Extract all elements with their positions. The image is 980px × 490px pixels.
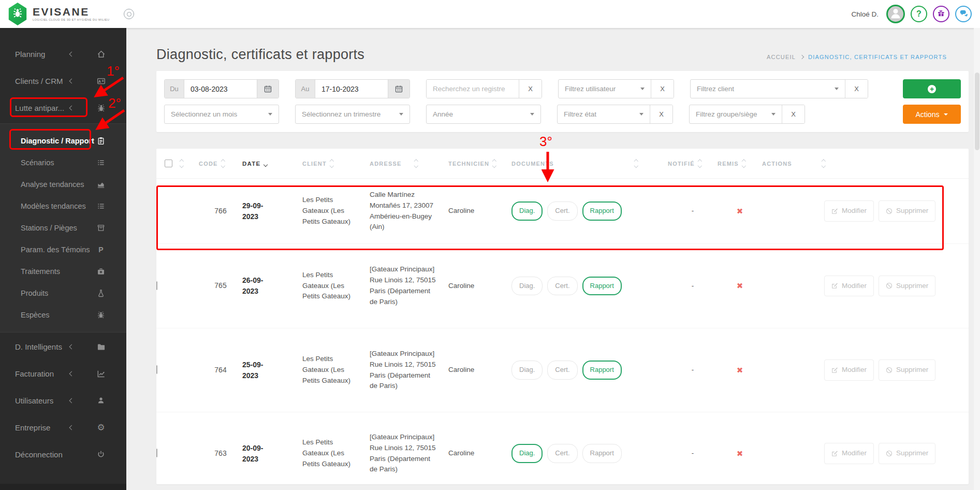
chevron-left-icon	[69, 78, 75, 83]
submenu-item-especes[interactable]: Espèces	[0, 304, 126, 326]
row-checkbox[interactable]	[156, 449, 157, 457]
row-checkbox[interactable]	[156, 206, 157, 215]
year-select[interactable]: Année	[427, 105, 540, 123]
sort-icon[interactable]	[493, 160, 496, 167]
supprimer-label: Supprimer	[896, 448, 928, 459]
scrollbar-thumb[interactable]	[975, 73, 979, 150]
cell-client: Les Petits Gateaux (Les Petits Gateaux)	[302, 270, 353, 302]
cert-pill[interactable]: Cert.	[547, 277, 577, 295]
user-filter-select[interactable]: Filtrez utilisateur	[559, 80, 651, 98]
calendar-icon[interactable]	[388, 80, 409, 98]
quarter-select[interactable]: Sélectionnez un trimestre	[296, 105, 409, 123]
actions-button[interactable]: Actions	[903, 105, 961, 124]
select-all-checkbox[interactable]	[165, 160, 172, 167]
modifier-label: Modifier	[842, 448, 867, 459]
cert-pill[interactable]: Cert.	[547, 201, 577, 220]
register-search-input[interactable]	[427, 80, 519, 98]
rapport-pill[interactable]: Rapport	[582, 444, 622, 463]
vertical-scrollbar[interactable]	[974, 28, 980, 490]
cert-pill[interactable]: Cert.	[547, 444, 577, 463]
main-content: Diagnostic, certificats et rapports ACCU…	[126, 28, 980, 490]
cell-client: Les Petits Gateaux (Les Petits Gateaux)	[302, 195, 353, 227]
submenu-item-param-temoins[interactable]: Param. des Témoins P	[0, 239, 126, 261]
add-button[interactable]: +	[903, 79, 961, 98]
modifier-button[interactable]: Modifier	[824, 443, 874, 464]
avatar[interactable]	[886, 5, 905, 23]
sort-icon[interactable]	[822, 160, 825, 167]
calendar-icon[interactable]	[257, 80, 279, 98]
submenu-item-produits[interactable]: Produits	[0, 282, 126, 304]
brand-hexagon	[7, 3, 28, 25]
month-select[interactable]: Sélectionnez un mois	[165, 105, 279, 123]
rapport-pill[interactable]: Rapport	[582, 277, 622, 295]
supprimer-button[interactable]: Supprimer	[879, 359, 935, 381]
submenu-item-scenarios[interactable]: Scénarios	[0, 152, 126, 174]
diag-pill[interactable]: Diag.	[511, 277, 543, 295]
sort-icon[interactable]	[180, 160, 183, 167]
supprimer-button[interactable]: Supprimer	[879, 200, 935, 222]
caret-down-icon	[268, 113, 272, 116]
client-filter-select[interactable]: Filtrez client	[691, 80, 845, 98]
chat-button[interactable]	[955, 6, 972, 22]
list-icon	[96, 158, 106, 167]
diag-pill[interactable]: Diag.	[511, 361, 543, 379]
medkit-icon	[96, 267, 106, 276]
sidebar-item-clients-crm[interactable]: Clients / CRM	[0, 69, 126, 92]
clear-search-button[interactable]: X	[519, 80, 542, 98]
sidebar-item-deconnection[interactable]: Déconnection	[0, 443, 126, 466]
person-icon	[889, 6, 902, 22]
rapport-pill[interactable]: Rapport	[582, 361, 622, 379]
help-button[interactable]: ?	[911, 6, 927, 22]
chevron-left-icon	[69, 371, 75, 376]
supprimer-button[interactable]: Supprimer	[879, 443, 935, 464]
sidebar-item-label: Déconnection	[15, 450, 67, 459]
cell-notifie: -	[668, 281, 718, 292]
sidebar-item-lutte-antiparasitaire[interactable]: Lutte antipar...	[0, 96, 126, 119]
state-filter-select[interactable]: Filtrez état	[558, 105, 650, 123]
row-checkbox[interactable]	[156, 365, 157, 374]
sidebar-item-entreprise[interactable]: Entreprise ⚙	[0, 416, 126, 439]
sidebar-item-planning[interactable]: Planning	[0, 42, 126, 65]
date-from-input[interactable]	[184, 80, 257, 98]
sort-icon[interactable]	[330, 160, 333, 167]
cell-date: 25-09-2023	[242, 359, 275, 381]
submenu-item-modeles-tendances[interactable]: Modèles tendances	[0, 195, 126, 217]
clear-client-filter-button[interactable]: X	[845, 80, 868, 98]
submenu-item-analyse-tendances[interactable]: Analyse tendances	[0, 174, 126, 195]
supprimer-button[interactable]: Supprimer	[879, 276, 935, 297]
sort-desc-icon[interactable]	[264, 162, 268, 166]
diag-pill[interactable]: Diag.	[511, 444, 543, 463]
table-row: 764 25-09-2023 Les Petits Gateaux (Les P…	[156, 328, 969, 412]
gift-button[interactable]	[933, 6, 949, 22]
sort-icon[interactable]	[415, 160, 418, 167]
sort-icon[interactable]	[635, 160, 638, 167]
clear-group-filter-button[interactable]: X	[782, 105, 805, 123]
sidebar-item-label: D. Intelligents	[15, 342, 67, 351]
submenu-item-diagnostic-rapport[interactable]: Diagnostic / Rapport	[0, 130, 126, 152]
submenu-item-stations-pieges[interactable]: Stations / Pièges	[0, 217, 126, 239]
group-filter-select[interactable]: Filtrez groupe/siège	[690, 105, 782, 123]
sort-icon[interactable]	[222, 160, 225, 167]
sidebar-item-facturation[interactable]: Facturation	[0, 362, 126, 385]
modifier-button[interactable]: Modifier	[824, 276, 874, 297]
rapport-pill[interactable]: Rapport	[582, 201, 622, 220]
clear-user-filter-button[interactable]: X	[651, 80, 674, 98]
row-checkbox[interactable]	[156, 281, 157, 290]
modifier-button[interactable]: Modifier	[824, 200, 874, 222]
ban-icon	[886, 367, 893, 373]
sidebar-item-d-intelligents[interactable]: D. Intelligents	[0, 335, 126, 358]
chevron-left-icon	[69, 105, 75, 110]
sort-icon[interactable]	[742, 160, 745, 167]
diag-pill[interactable]: Diag.	[511, 201, 543, 220]
date-to-input[interactable]	[315, 80, 388, 98]
submenu-item-traitements[interactable]: Traitements	[0, 261, 126, 282]
sidebar-toggle-icon[interactable]	[124, 9, 134, 19]
clear-state-filter-button[interactable]: X	[650, 105, 672, 123]
sidebar-item-utilisateurs[interactable]: Utilisateurs	[0, 389, 126, 412]
table-row: 766 29-09-2023 Les Petits Gateaux (Les P…	[156, 179, 969, 244]
modifier-button[interactable]: Modifier	[824, 359, 874, 381]
breadcrumb-home-link[interactable]: ACCUEIL	[767, 54, 796, 60]
sort-icon[interactable]	[698, 160, 701, 167]
cell-date: 29-09-2023	[242, 200, 275, 222]
cert-pill[interactable]: Cert.	[547, 361, 577, 379]
